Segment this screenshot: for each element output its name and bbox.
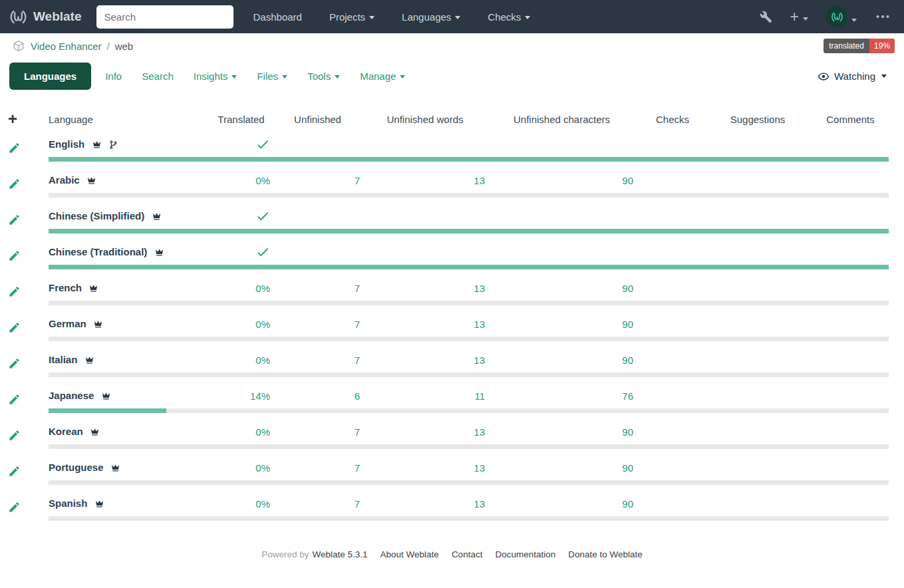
- more-menu-button[interactable]: [875, 9, 891, 25]
- language-link[interactable]: Korean: [49, 426, 83, 437]
- edit-pencil-icon[interactable]: [8, 501, 21, 512]
- language-link[interactable]: Portuguese: [49, 462, 104, 473]
- admin-wrench-icon[interactable]: [760, 10, 772, 23]
- breadcrumb-bar: Video Enhancer / web translated 19%: [0, 33, 904, 59]
- unfinished-words-value[interactable]: 13: [474, 426, 485, 438]
- language-link[interactable]: Chinese (Simplified): [49, 210, 144, 221]
- breadcrumb-component-link[interactable]: web: [115, 41, 134, 52]
- unfinished-value[interactable]: 7: [355, 462, 360, 474]
- language-link[interactable]: Chinese (Traditional): [49, 246, 147, 257]
- nav-checks[interactable]: Checks: [488, 11, 530, 23]
- user-menu-button[interactable]: [826, 6, 857, 27]
- language-link[interactable]: German: [49, 318, 86, 329]
- language-link[interactable]: Italian: [49, 354, 77, 365]
- add-menu-button[interactable]: +: [790, 9, 808, 25]
- tab-info[interactable]: Info: [95, 63, 132, 90]
- edit-pencil-icon[interactable]: [8, 178, 21, 189]
- chevron-down-icon: [335, 75, 340, 78]
- tab-manage[interactable]: Manage: [350, 63, 415, 90]
- add-language-button[interactable]: +: [0, 111, 39, 127]
- table-row: Portuguese 0% 7 13 90: [0, 454, 895, 490]
- tab-files[interactable]: Files: [247, 63, 297, 90]
- chevron-down-icon: [803, 17, 808, 21]
- translated-value[interactable]: 0%: [255, 283, 270, 294]
- translation-progress-bar: [49, 408, 889, 413]
- unfinished-value[interactable]: 7: [355, 283, 360, 294]
- unfinished-words-value[interactable]: 13: [474, 355, 485, 366]
- tab-languages[interactable]: Languages: [9, 63, 91, 90]
- translated-value[interactable]: 0%: [255, 498, 270, 510]
- tab-tools[interactable]: Tools: [297, 63, 350, 90]
- unfinished-words-value[interactable]: 13: [474, 283, 485, 294]
- footer-documentation-link[interactable]: Documentation: [495, 549, 555, 559]
- footer-about-link[interactable]: About Weblate: [380, 549, 439, 559]
- weblate-brand-link[interactable]: Weblate: [9, 8, 82, 26]
- footer-contact-link[interactable]: Contact: [452, 549, 483, 559]
- unfinished-value[interactable]: 7: [355, 426, 360, 438]
- translated-value[interactable]: 0%: [255, 319, 270, 330]
- unfinished-characters-value[interactable]: 90: [622, 462, 633, 474]
- translated-value[interactable]: 0%: [255, 175, 270, 186]
- nav-languages[interactable]: Languages: [402, 11, 460, 23]
- unfinished-characters-value[interactable]: 90: [622, 355, 633, 366]
- translated-value[interactable]: 0%: [255, 426, 270, 438]
- search-input[interactable]: [96, 5, 233, 29]
- unfinished-characters-value[interactable]: 90: [622, 426, 633, 438]
- edit-pencil-icon[interactable]: [8, 142, 21, 153]
- unfinished-words-value[interactable]: 11: [474, 390, 485, 402]
- table-row: Chinese (Traditional): [0, 238, 895, 274]
- language-link[interactable]: Arabic: [49, 174, 80, 186]
- crown-icon: [92, 138, 102, 150]
- tab-insights[interactable]: Insights: [184, 63, 247, 90]
- edit-pencil-icon[interactable]: [8, 429, 21, 440]
- unfinished-words-value[interactable]: 13: [474, 175, 485, 186]
- footer-donate-link[interactable]: Donate to Weblate: [568, 549, 643, 559]
- unfinished-characters-value[interactable]: 90: [622, 283, 633, 294]
- unfinished-value[interactable]: 7: [355, 175, 360, 186]
- edit-pencil-icon[interactable]: [8, 214, 21, 225]
- translated-value[interactable]: 14%: [250, 390, 270, 402]
- nav-projects[interactable]: Projects: [329, 11, 375, 23]
- language-link[interactable]: English: [49, 138, 84, 150]
- nav-dashboard[interactable]: Dashboard: [253, 11, 302, 23]
- unfinished-words-value[interactable]: 13: [474, 319, 485, 330]
- unfinished-value[interactable]: 6: [355, 390, 360, 402]
- unfinished-value[interactable]: 7: [355, 355, 360, 366]
- translation-progress-bar: [49, 444, 889, 449]
- edit-pencil-icon[interactable]: [8, 285, 21, 297]
- unfinished-characters-value[interactable]: 76: [622, 390, 633, 402]
- chevron-down-icon: [881, 74, 887, 78]
- unfinished-words-value[interactable]: 13: [474, 462, 485, 474]
- unfinished-characters-value[interactable]: 90: [622, 498, 633, 510]
- unfinished-value[interactable]: 7: [355, 498, 360, 510]
- badge-value: 19%: [869, 39, 895, 53]
- unfinished-characters-value[interactable]: 90: [622, 319, 633, 330]
- source-branch-icon: [108, 138, 118, 150]
- col-header-comments: Comments: [806, 114, 895, 125]
- edit-pencil-icon[interactable]: [8, 357, 21, 368]
- unfinished-value[interactable]: 7: [355, 319, 360, 330]
- language-link[interactable]: French: [49, 282, 82, 293]
- weblate-version-link[interactable]: Weblate 5.3.1: [313, 549, 368, 559]
- translated-value[interactable]: 0%: [255, 462, 270, 474]
- table-row: Arabic 0% 7 13 90: [0, 166, 895, 202]
- edit-pencil-icon[interactable]: [8, 465, 21, 476]
- watching-dropdown[interactable]: Watching: [818, 69, 887, 82]
- translated-value[interactable]: 0%: [255, 355, 270, 366]
- translation-progress-bar: [49, 516, 889, 521]
- tab-search[interactable]: Search: [132, 63, 184, 90]
- crown-icon: [88, 282, 98, 293]
- language-link[interactable]: Spanish: [49, 498, 87, 509]
- breadcrumb-project-link[interactable]: Video Enhancer: [31, 41, 101, 52]
- unfinished-characters-value[interactable]: 90: [622, 175, 633, 186]
- edit-pencil-icon[interactable]: [8, 321, 21, 333]
- edit-pencil-icon[interactable]: [8, 393, 21, 404]
- top-navbar: Weblate Dashboard Projects Languages Che…: [0, 0, 904, 33]
- edit-pencil-icon[interactable]: [8, 249, 21, 261]
- crown-icon: [86, 174, 96, 186]
- unfinished-words-value[interactable]: 13: [474, 498, 485, 510]
- translation-progress-bar: [49, 301, 889, 305]
- translation-progress-bar: [49, 265, 889, 269]
- language-link[interactable]: Japanese: [49, 390, 94, 401]
- table-body: English Arabic 0% 7 13 90: [0, 130, 895, 525]
